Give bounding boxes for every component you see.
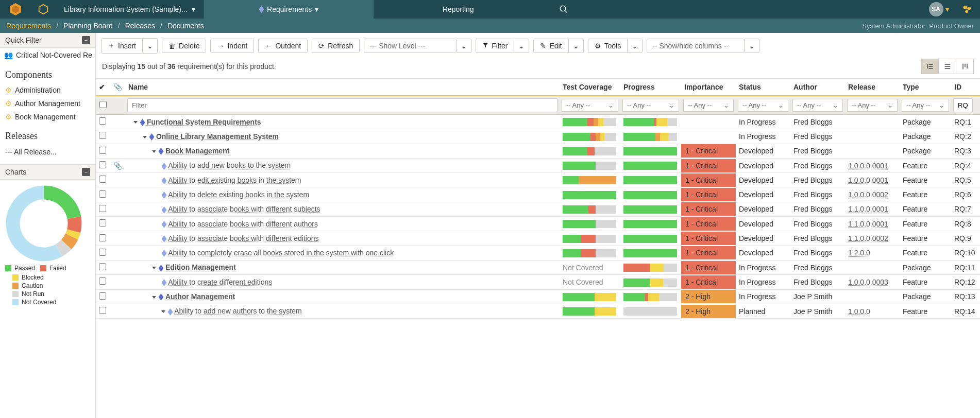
requirement-link[interactable]: Ability to delete existing books in the … [168, 190, 309, 199]
component-item[interactable]: ⚙Author Management [0, 97, 95, 110]
view-tree[interactable] [921, 59, 939, 74]
requirement-link[interactable]: Online Library Management System [156, 132, 279, 141]
show-hide-columns[interactable]: -- Show/hide columns -- [647, 39, 745, 53]
row-checkbox[interactable] [99, 234, 106, 241]
release-link[interactable]: 1.1.0.0.0002 [848, 234, 888, 242]
expander-icon[interactable] [152, 296, 156, 299]
row-checkbox[interactable] [99, 205, 106, 212]
release-link[interactable]: 1.0.0.0 [848, 307, 870, 316]
user-menu[interactable]: SA ▾ [923, 0, 954, 19]
view-board[interactable] [956, 59, 974, 74]
release-link[interactable]: 1.0.0.0.0002 [848, 190, 888, 199]
release-link[interactable]: 1.0.0.0.0001 [848, 176, 888, 184]
row-checkbox[interactable] [99, 307, 106, 314]
expander-icon[interactable] [133, 121, 138, 124]
release-link[interactable]: 1.1.0.0.0001 [848, 205, 888, 213]
col-author[interactable]: Author [790, 79, 845, 96]
edit-button[interactable]: ✎Edit [533, 39, 568, 53]
release-link[interactable]: 1.0.0.0.0003 [848, 278, 888, 286]
component-item[interactable]: ⚙Book Management [0, 110, 95, 124]
show-level-dropdown[interactable]: ⌄ [457, 39, 471, 53]
requirement-link[interactable]: Ability to associate books with differen… [168, 234, 318, 242]
collapse-icon[interactable]: − [82, 168, 90, 176]
requirement-link[interactable]: Functional System Requirements [147, 118, 261, 126]
outdent-button[interactable]: ←Outdent [258, 39, 308, 53]
requirement-link[interactable]: Book Management [165, 147, 229, 155]
crumb-documents[interactable]: Documents [167, 22, 204, 30]
product-selector[interactable]: Library Information System (Sample)... ▾ [56, 0, 204, 19]
expander-icon[interactable] [152, 267, 156, 269]
show-level-select[interactable]: --- Show Level --- [364, 39, 457, 53]
col-test-coverage[interactable]: Test Coverage [560, 79, 620, 96]
requirement-link[interactable]: Author Management [165, 292, 235, 301]
charts-header[interactable]: Charts − [0, 165, 95, 180]
col-release[interactable]: Release [845, 79, 900, 96]
row-checkbox[interactable] [99, 176, 106, 183]
filter-dropdown[interactable]: ⌄ [514, 39, 529, 53]
col-id[interactable]: ID [951, 79, 980, 96]
row-checkbox[interactable] [99, 219, 106, 227]
filter-status[interactable]: -- Any --⌄ [738, 99, 788, 112]
delete-button[interactable]: 🗑Delete [162, 39, 206, 53]
filter-release[interactable]: -- Any --⌄ [847, 99, 898, 112]
col-importance[interactable]: Importance [681, 79, 736, 96]
row-checkbox[interactable] [99, 132, 106, 139]
crumb-releases[interactable]: Releases [125, 22, 155, 30]
show-hide-dropdown[interactable]: ⌄ [745, 39, 759, 53]
release-link[interactable]: 1.1.0.0.0001 [848, 220, 888, 228]
filter-type[interactable]: -- Any --⌄ [902, 99, 949, 112]
row-checkbox[interactable] [99, 277, 106, 285]
col-status[interactable]: Status [736, 79, 790, 96]
product-icon[interactable] [31, 0, 56, 19]
row-checkbox[interactable] [99, 161, 106, 168]
filter-tc[interactable]: -- Any --⌄ [562, 99, 618, 112]
view-list[interactable] [939, 59, 956, 74]
edit-dropdown[interactable]: ⌄ [569, 39, 584, 53]
tools-dropdown[interactable]: ⌄ [628, 39, 643, 53]
quick-filter-item[interactable]: 👥 Critical Not-Covered Re [0, 48, 95, 62]
select-all-checkbox[interactable] [98, 101, 108, 108]
col-name[interactable]: Name [125, 79, 560, 96]
refresh-button[interactable]: ⟳Refresh [312, 39, 360, 53]
requirement-link[interactable]: Edition Management [165, 263, 236, 271]
row-checkbox[interactable] [99, 292, 106, 300]
requirement-link[interactable]: Ability to edit existing books in the sy… [168, 176, 301, 184]
expander-icon[interactable] [143, 136, 147, 138]
requirement-link[interactable]: Ability to add new authors to the system [174, 307, 301, 315]
requirement-link[interactable]: Ability to associate books with differen… [168, 220, 318, 228]
row-checkbox[interactable] [99, 147, 106, 154]
insert-dropdown[interactable]: ⌄ [143, 38, 158, 54]
crumb-planning-board[interactable]: Planning Board [63, 22, 113, 30]
requirement-link[interactable]: Ability to completely erase all books st… [168, 249, 394, 257]
nav-requirements[interactable]: Requirements ▾ [204, 0, 374, 19]
filter-author[interactable]: -- Any --⌄ [792, 99, 843, 112]
insert-button[interactable]: ＋Insert [101, 38, 143, 54]
row-checkbox[interactable] [99, 263, 106, 270]
col-type[interactable]: Type [900, 79, 951, 96]
row-checkbox[interactable] [99, 190, 106, 198]
quick-filter-header[interactable]: Quick Filter − [0, 33, 95, 48]
crumb-requirements[interactable]: Requirements [6, 22, 51, 30]
row-checkbox[interactable] [99, 117, 106, 125]
indent-button[interactable]: →Indent [210, 39, 254, 53]
col-progress[interactable]: Progress [620, 79, 681, 96]
tools-button[interactable]: ⚙Tools [588, 39, 628, 53]
requirement-link[interactable]: Ability to associate books with differen… [168, 205, 320, 213]
collapse-icon[interactable]: − [82, 36, 90, 44]
nav-reporting[interactable]: Reporting [374, 0, 543, 19]
expander-icon[interactable] [152, 150, 156, 153]
requirement-link[interactable]: Ability to create different editions [168, 278, 272, 286]
filter-button[interactable]: Filter [476, 39, 514, 53]
admin-settings[interactable] [954, 0, 980, 19]
filter-id-input[interactable] [953, 98, 973, 112]
app-logo[interactable] [0, 0, 31, 19]
release-link[interactable]: 1.2.0.0 [848, 249, 870, 257]
component-item[interactable]: ⚙Administration [0, 83, 95, 97]
expander-icon[interactable] [161, 310, 165, 313]
row-checkbox[interactable] [99, 249, 106, 256]
filter-importance[interactable]: -- Any --⌄ [683, 99, 734, 112]
requirement-link[interactable]: Ability to add new books to the system [168, 161, 291, 169]
release-item[interactable]: --- All Release... [0, 145, 95, 164]
filter-progress[interactable]: -- Any --⌄ [622, 99, 679, 112]
filter-name-input[interactable] [127, 98, 557, 112]
